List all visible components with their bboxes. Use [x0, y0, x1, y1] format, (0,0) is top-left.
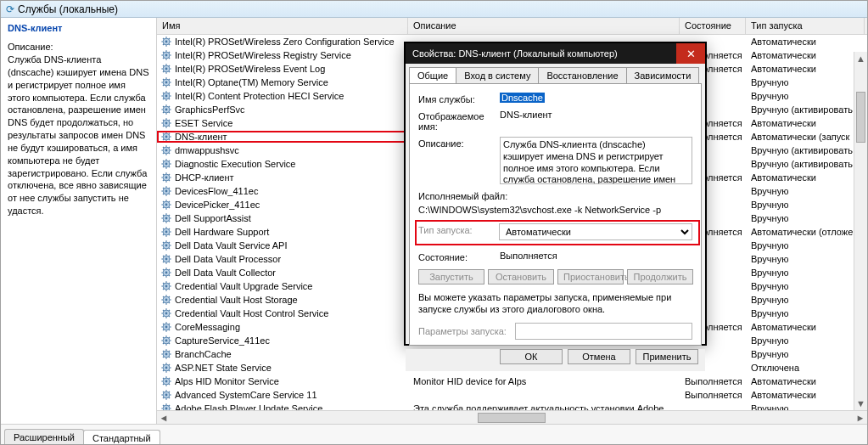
tab-deps[interactable]: Зависимости: [626, 67, 700, 83]
svg-line-206: [163, 310, 164, 311]
svg-line-257: [169, 384, 170, 385]
start-button[interactable]: Запустить: [418, 269, 484, 284]
service-start: Автоматически (запуск п...): [746, 132, 865, 142]
service-start: Вручную: [746, 308, 865, 318]
svg-line-118: [169, 188, 170, 189]
svg-line-39: [163, 85, 164, 86]
svg-point-111: [165, 190, 168, 193]
svg-line-128: [169, 201, 170, 202]
service-icon: [160, 90, 172, 102]
service-state: Выполняется: [680, 390, 746, 400]
svg-point-141: [165, 231, 168, 234]
svg-line-96: [163, 161, 164, 161]
apply-button[interactable]: Применить: [636, 349, 698, 364]
svg-line-8: [169, 38, 170, 39]
vertical-scrollbar[interactable]: ▲ ▼: [854, 52, 867, 410]
svg-line-139: [163, 221, 164, 222]
startup-type-select[interactable]: Автоматически: [499, 223, 692, 240]
svg-point-41: [165, 95, 168, 98]
label-state: Состояние:: [418, 251, 500, 262]
svg-point-241: [165, 367, 168, 369]
service-start: Вручную: [746, 186, 865, 196]
dialog-titlebar[interactable]: Свойства: DNS-клиент (Локальный компьюте…: [406, 43, 705, 64]
close-icon[interactable]: ✕: [676, 43, 705, 64]
svg-point-31: [165, 82, 168, 84]
svg-line-9: [163, 44, 164, 45]
pause-button[interactable]: Приостановить: [557, 269, 624, 284]
svg-line-129: [163, 207, 164, 208]
scroll-right-icon[interactable]: ►: [854, 413, 867, 423]
svg-point-231: [165, 353, 168, 356]
col-state[interactable]: Состояние: [680, 18, 746, 34]
service-name: Intel(R) Content Protection HECI Service: [175, 91, 344, 101]
value-service-name[interactable]: Dnscache: [500, 93, 545, 103]
svg-line-229: [163, 343, 164, 344]
service-icon: [160, 348, 172, 360]
service-row[interactable]: Adobe Flash Player Update ServiceЭта слу…: [157, 402, 867, 410]
svg-line-177: [169, 275, 170, 276]
tab-general[interactable]: Общие: [409, 67, 456, 83]
scroll-thumb[interactable]: [856, 92, 865, 143]
params-input[interactable]: [515, 323, 692, 340]
tab-standard[interactable]: Стандартный: [83, 430, 160, 445]
svg-line-136: [163, 215, 164, 216]
value-state: Выполняется: [500, 251, 692, 261]
service-start: Вручную: [746, 281, 865, 291]
service-start: Автоматически: [746, 390, 865, 400]
svg-line-19: [163, 58, 164, 59]
hscroll-thumb[interactable]: [478, 413, 546, 423]
refresh-icon[interactable]: ⟳: [6, 3, 14, 15]
svg-line-137: [169, 221, 170, 222]
svg-point-121: [165, 204, 168, 206]
service-icon: [160, 389, 172, 401]
scroll-up-icon[interactable]: ▲: [854, 52, 867, 65]
service-name: CoreMessaging: [175, 322, 240, 332]
ok-button[interactable]: ОК: [500, 349, 563, 364]
svg-line-47: [169, 99, 170, 99]
service-icon: [160, 185, 172, 197]
svg-line-26: [163, 65, 164, 66]
tab-extended[interactable]: Расширенный: [4, 429, 84, 444]
service-name: ASP.NET State Service: [175, 363, 272, 373]
col-desc[interactable]: Описание: [408, 18, 680, 34]
view-tabs: Расширенный Стандартный: [1, 424, 867, 444]
scroll-down-icon[interactable]: ▼: [854, 397, 867, 410]
resume-button[interactable]: Продолжить: [627, 269, 693, 284]
service-name: Advanced SystemCare Service 11: [175, 390, 317, 400]
cancel-button[interactable]: Отмена: [568, 349, 630, 364]
service-name: Intel(R) PROSet/Wireless Event Log: [175, 64, 325, 74]
value-description[interactable]: Служба DNS-клиента (dnscache) кэширует и…: [500, 137, 692, 184]
svg-line-28: [169, 65, 170, 66]
svg-line-106: [163, 174, 164, 175]
service-name: Credential Vault Upgrade Service: [175, 281, 312, 291]
svg-point-1: [165, 41, 168, 43]
col-name[interactable]: Имя: [157, 18, 408, 34]
svg-line-48: [169, 93, 170, 93]
tab-recovery[interactable]: Восстановление: [538, 67, 626, 83]
col-start[interactable]: Тип запуска: [746, 18, 865, 34]
svg-line-189: [163, 289, 164, 290]
horizontal-scrollbar[interactable]: ◄ ►: [157, 410, 867, 424]
stop-button[interactable]: Остановить: [488, 269, 554, 284]
column-headers[interactable]: Имя Описание Состояние Тип запуска: [157, 18, 867, 35]
svg-point-21: [165, 68, 168, 70]
svg-line-276: [163, 405, 164, 406]
svg-line-76: [163, 133, 164, 134]
svg-line-186: [163, 283, 164, 284]
svg-point-161: [165, 258, 168, 261]
description-label: Описание:: [8, 42, 149, 52]
svg-point-51: [165, 109, 168, 111]
tab-logon[interactable]: Вход в систему: [456, 67, 539, 83]
service-row[interactable]: Alps HID Monitor ServiceMonitor HID devi…: [157, 375, 867, 388]
svg-point-201: [165, 313, 168, 315]
service-name: Intel(R) PROSet/Wireless Registry Servic…: [175, 50, 351, 60]
svg-line-237: [169, 357, 170, 358]
scroll-left-icon[interactable]: ◄: [157, 413, 171, 423]
service-icon: [160, 104, 172, 115]
service-row[interactable]: Advanced SystemCare Service 11Выполняетс…: [157, 388, 867, 402]
svg-line-108: [169, 174, 170, 175]
svg-line-166: [163, 256, 164, 256]
svg-line-67: [169, 126, 170, 127]
service-properties-dialog: Свойства: DNS-клиент (Локальный компьюте…: [404, 42, 707, 346]
service-start: Автоматически: [746, 172, 865, 183]
